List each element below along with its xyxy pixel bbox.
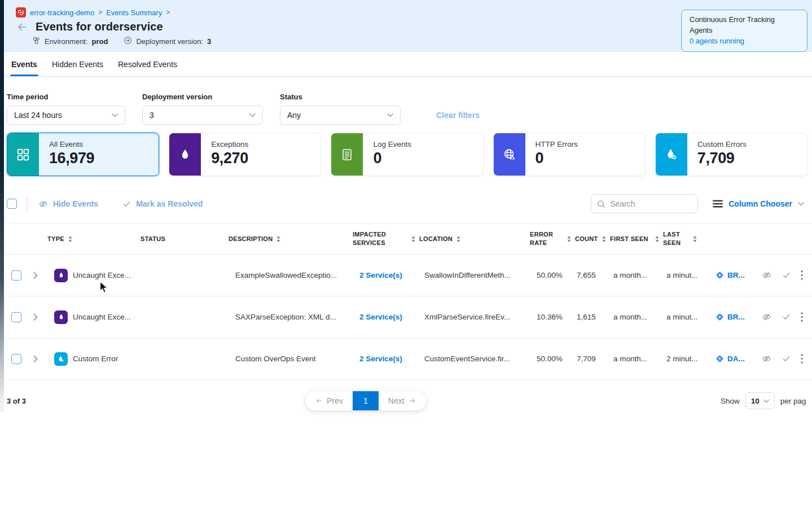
sort-icon <box>68 235 73 243</box>
impacted-services-link[interactable]: 2 Service(s) <box>359 271 402 279</box>
card-value: 0 <box>373 150 411 167</box>
jira-ticket-link[interactable]: BR... <box>704 313 752 321</box>
events-table: TYPE STATUS DESCRIPTION IMPACTED SERVICE… <box>0 223 812 380</box>
card-all-events[interactable]: All Events 16,979 <box>7 133 159 176</box>
search-input[interactable] <box>610 199 689 208</box>
impacted-services-link[interactable]: 2 Service(s) <box>359 355 402 363</box>
count-cell: 7,709 <box>569 355 603 363</box>
clear-filters-button[interactable]: Clear filters <box>436 111 480 120</box>
error-rate-cell: 10.36% <box>527 313 569 321</box>
last-seen-cell: a minut... <box>656 271 704 279</box>
card-label: Custom Errors <box>697 140 747 148</box>
side-nav-edge <box>0 0 4 412</box>
hide-events-label: Hide Events <box>53 199 98 208</box>
breadcrumb-page-link[interactable]: Events Summary <box>106 8 162 17</box>
hide-events-button[interactable]: Hide Events <box>38 199 98 209</box>
error-tracking-logo-icon <box>16 7 26 17</box>
location-cell: SwallowInDifferentMeth... <box>415 271 527 279</box>
event-type-label: Uncaught Exce... <box>73 271 131 279</box>
page-number-1[interactable]: 1 <box>353 391 379 410</box>
error-tracking-events-page: error-tracking-demo > Events Summary > E… <box>0 0 812 512</box>
table-row[interactable]: Uncaught Exce... ExampleSwallowedExcepti… <box>0 255 812 296</box>
expand-row-icon[interactable] <box>26 272 45 279</box>
col-header-status[interactable]: STATUS <box>133 235 222 243</box>
chevron-down-icon <box>763 399 769 403</box>
hide-event-icon[interactable] <box>761 312 772 322</box>
count-cell: 7,655 <box>569 271 603 279</box>
row-checkbox[interactable] <box>11 354 21 364</box>
arrow-left-icon <box>315 397 323 404</box>
card-http-errors[interactable]: HTTP Errors 0 <box>493 133 646 176</box>
row-checkbox[interactable] <box>11 270 21 281</box>
status-select[interactable]: Any <box>280 106 401 125</box>
deployment-version-label: Deployment version: <box>136 37 203 46</box>
card-custom-errors[interactable]: Custom Errors 7,709 <box>655 133 807 176</box>
time-period-select[interactable]: Last 24 hours <box>7 106 125 125</box>
hide-event-icon[interactable] <box>761 270 772 280</box>
card-log-events[interactable]: Log Events 0 <box>331 133 483 176</box>
back-arrow-icon[interactable] <box>16 21 28 33</box>
divider <box>27 196 27 211</box>
search-box <box>591 194 698 213</box>
sort-icon <box>567 235 572 243</box>
deployment-version-filter-label: Deployment version <box>142 93 263 101</box>
log-document-icon <box>331 133 363 176</box>
select-all-checkbox[interactable] <box>7 199 17 209</box>
resolve-event-icon[interactable] <box>782 313 791 321</box>
check-icon <box>122 200 131 208</box>
expand-row-icon[interactable] <box>26 314 45 321</box>
row-menu-icon[interactable] <box>801 312 803 322</box>
col-header-description[interactable]: DESCRIPTION <box>222 235 345 243</box>
description-cell: Custom OverOps Event <box>229 355 352 363</box>
table-row[interactable]: Uncaught Exce... SAXParseException: XML … <box>0 296 812 338</box>
jira-icon <box>716 271 724 279</box>
mark-resolved-button[interactable]: Mark as Resolved <box>122 199 203 208</box>
chevron-down-icon <box>249 113 256 117</box>
deployment-version-select[interactable]: 3 <box>142 106 263 125</box>
count-cell: 1,615 <box>569 313 603 321</box>
tab-resolved-events[interactable]: Resolved Events <box>117 52 178 76</box>
next-page-button[interactable]: Next <box>379 391 426 410</box>
hide-event-icon[interactable] <box>761 354 772 364</box>
col-header-type[interactable]: TYPE <box>38 235 133 243</box>
event-type-cell: Uncaught Exce... <box>45 310 140 324</box>
topbar: error-tracking-demo > Events Summary > E… <box>0 0 812 52</box>
col-header-last-seen[interactable]: LAST SEEN <box>649 230 697 247</box>
resolve-event-icon[interactable] <box>782 271 791 279</box>
col-header-impacted-services[interactable]: IMPACTED SERVICES <box>345 230 409 247</box>
card-exceptions[interactable]: Exceptions 9,270 <box>169 133 321 176</box>
prev-page-button[interactable]: Prev <box>305 391 353 410</box>
impacted-services-link[interactable]: 2 Service(s) <box>359 313 402 321</box>
col-header-location[interactable]: LOCATION <box>409 235 520 243</box>
agents-running-link[interactable]: 0 agents running <box>690 36 799 47</box>
last-seen-cell: 2 minut... <box>656 355 704 363</box>
row-menu-icon[interactable] <box>801 354 803 364</box>
breadcrumb-project-link[interactable]: error-tracking-demo <box>30 8 94 17</box>
deployment-version-filter-value: 3 <box>150 111 154 120</box>
row-menu-icon[interactable] <box>801 270 803 280</box>
status-filter-label: Status <box>280 93 401 101</box>
table-row[interactable]: Custom Error Custom OverOps Event 2 Serv… <box>0 338 812 380</box>
grid-icon <box>7 133 39 176</box>
column-chooser-button[interactable]: Column Chooser <box>713 199 804 208</box>
expand-row-icon[interactable] <box>26 356 45 362</box>
sort-icon <box>276 235 281 243</box>
resolve-event-icon[interactable] <box>782 355 791 363</box>
custom-error-icon <box>54 352 68 366</box>
page-size-select[interactable]: 10 <box>745 392 775 409</box>
col-header-first-seen[interactable]: FIRST SEEN <box>596 235 649 243</box>
jira-ticket-link[interactable]: BR... <box>704 271 752 279</box>
col-header-count[interactable]: COUNT <box>562 235 596 243</box>
event-type-label: Custom Error <box>73 355 118 363</box>
tab-hidden-events[interactable]: Hidden Events <box>51 52 104 76</box>
row-checkbox[interactable] <box>11 312 21 322</box>
jira-ticket-link[interactable]: DA... <box>704 355 752 363</box>
flame-icon <box>169 133 201 176</box>
description-cell: SAXParseException: XML d... <box>229 313 352 321</box>
time-period-label: Time period <box>7 93 125 101</box>
sort-icon <box>692 235 697 243</box>
col-header-error-rate[interactable]: ERROR RATE <box>520 230 562 247</box>
pagination-bar: 3 of 3 Prev 1 Next Show 10 per pag <box>0 390 812 412</box>
tab-events[interactable]: Events <box>10 52 38 76</box>
environment-value: prod <box>92 37 108 46</box>
